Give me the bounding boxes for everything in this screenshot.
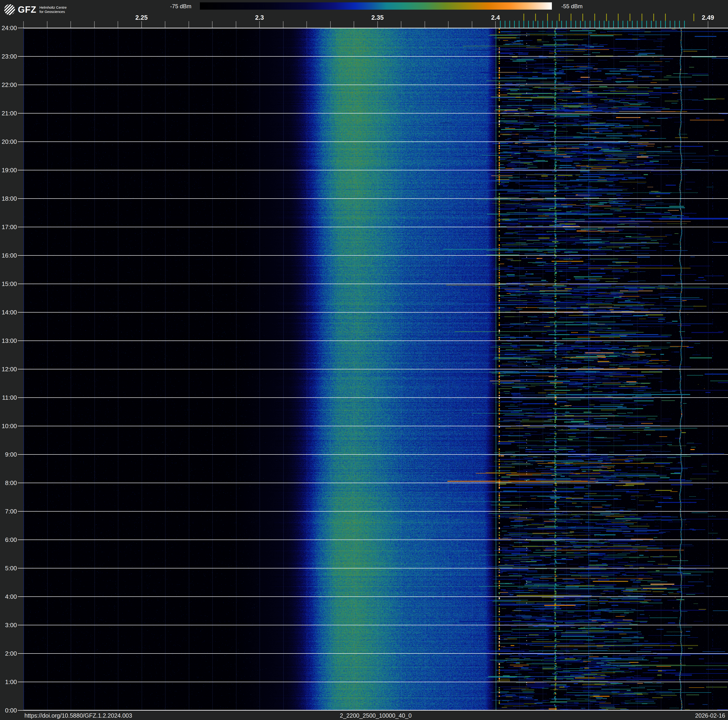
ble-channel-tick <box>632 21 633 28</box>
ble-channel-tick <box>670 21 670 28</box>
hour-gridline-stub <box>18 198 23 199</box>
dataset-name: 2_2200_2500_10000_40_0 <box>23 712 728 719</box>
hour-gridline-stub <box>18 283 23 284</box>
ble-channel-tick <box>622 21 623 28</box>
date-label: 2026-02-16 <box>695 712 725 719</box>
hour-label: 1:00 <box>0 679 17 685</box>
wifi-channel-tick <box>630 14 630 21</box>
minor-frequency-tick <box>47 21 47 28</box>
frequency-axis-label: 2.4 <box>491 14 500 21</box>
hour-gridline-stub <box>18 625 23 625</box>
minor-frequency-tick <box>259 21 260 28</box>
hour-gridline-stub <box>18 682 23 682</box>
colorbar-max-label: -55 dBm <box>561 3 608 9</box>
wifi-channel-tick <box>523 14 524 21</box>
ble-channel-tick <box>585 21 586 28</box>
wifi-channel-tick <box>583 14 583 21</box>
ble-channel-tick <box>637 21 638 28</box>
ble-channel-tick <box>514 21 515 28</box>
ble-channel-tick <box>604 21 604 28</box>
hour-label: 22:00 <box>0 82 17 88</box>
minor-frequency-tick <box>188 21 189 28</box>
hour-gridline-stub <box>18 397 23 398</box>
wifi-channel-tick <box>618 14 619 21</box>
ble-channel-tick <box>609 21 609 28</box>
ble-channel-tick <box>523 21 524 28</box>
hour-label: 2:00 <box>0 650 17 657</box>
ble-channel-tick <box>679 21 680 28</box>
hour-label: 16:00 <box>0 252 17 259</box>
ble-channel-tick <box>509 21 510 28</box>
minor-frequency-tick <box>472 21 472 28</box>
hour-gridline-stub <box>18 454 23 455</box>
minor-frequency-tick <box>378 21 378 28</box>
minor-frequency-tick <box>283 21 283 28</box>
hour-label: 20:00 <box>0 139 17 145</box>
ble-channel-tick <box>651 21 652 28</box>
minor-frequency-tick <box>23 21 24 28</box>
wifi-channel-tick <box>559 14 560 21</box>
ble-channel-tick <box>547 21 548 28</box>
hour-gridline-stub <box>18 568 23 568</box>
minor-frequency-tick <box>495 21 496 28</box>
wifi-channel-tick <box>547 14 548 21</box>
wifi-channel-tick <box>665 14 666 21</box>
ble-channel-tick <box>580 21 581 28</box>
wifi-channel-tick <box>594 14 595 21</box>
minor-frequency-tick <box>354 21 354 28</box>
hour-gridline-stub <box>18 56 23 57</box>
minor-frequency-tick <box>165 21 165 28</box>
hour-gridline-stub <box>18 227 23 227</box>
minor-frequency-tick <box>425 21 425 28</box>
ble-channel-tick <box>674 21 675 28</box>
wifi-channel-tick <box>642 14 642 21</box>
ble-channel-tick <box>642 21 642 28</box>
ble-channel-tick <box>575 21 576 28</box>
hour-gridline-stub <box>18 369 23 369</box>
frequency-axis-label: 2.25 <box>135 14 148 21</box>
colorbar <box>200 2 552 10</box>
wifi-channel-tick <box>535 14 536 21</box>
ble-channel-tick <box>533 21 534 28</box>
hour-label: 21:00 <box>0 110 17 116</box>
hour-gridline-stub <box>18 170 23 170</box>
ble-channel-tick <box>561 21 562 28</box>
hour-gridline-stub <box>18 511 23 512</box>
minor-frequency-tick <box>708 21 708 28</box>
minor-frequency-tick <box>401 21 401 28</box>
hour-label: 12:00 <box>0 366 17 372</box>
frequency-axis-label: 2.49 <box>702 14 714 21</box>
hour-gridline-stub <box>18 483 23 483</box>
ble-channel-tick <box>684 21 685 28</box>
logo-acronym: GFZ <box>18 5 37 15</box>
hour-gridline-stub <box>18 113 23 113</box>
hour-gridline-stub <box>18 653 23 654</box>
ble-channel-tick <box>646 21 647 28</box>
ble-channel-tick <box>552 21 552 28</box>
ble-channel-tick <box>599 21 600 28</box>
hour-label: 11:00 <box>0 395 17 401</box>
hour-gridline-stub <box>18 84 23 85</box>
frequency-axis-label: 2.3 <box>255 14 264 21</box>
minor-frequency-tick <box>236 21 236 28</box>
hour-label: 8:00 <box>0 480 17 486</box>
ble-channel-tick <box>665 21 666 28</box>
hour-label: 6:00 <box>0 537 17 543</box>
minor-frequency-tick <box>118 21 118 28</box>
wifi-channel-tick <box>606 14 607 21</box>
hour-label: 18:00 <box>0 196 17 202</box>
hour-label: 5:00 <box>0 565 17 571</box>
hour-gridline-stub <box>18 312 23 313</box>
logo-name-line2: for Geosciences <box>40 10 67 14</box>
hour-gridline-stub <box>18 255 23 256</box>
hour-label: 4:00 <box>0 594 17 600</box>
ble-channel-tick <box>656 21 656 28</box>
hour-label: 0:00 <box>0 707 17 714</box>
hour-label: 3:00 <box>0 622 17 628</box>
ble-channel-tick <box>618 21 619 28</box>
wifi-channel-tick <box>570 14 571 21</box>
minor-frequency-tick <box>141 21 142 28</box>
gfz-logo-icon <box>4 4 15 15</box>
minor-frequency-tick <box>448 21 448 28</box>
hour-label: 9:00 <box>0 451 17 458</box>
